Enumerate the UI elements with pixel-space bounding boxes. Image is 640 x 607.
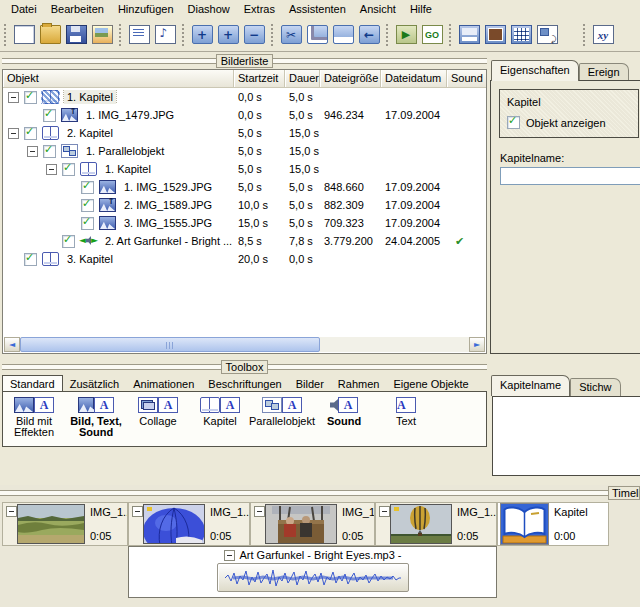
row-label[interactable]: 3. Kapitel — [64, 252, 116, 266]
menu-item[interactable]: Hilfe — [403, 1, 439, 17]
timeline-cell[interactable]: IMG_1... 0:05 — [2, 502, 128, 546]
toolbox-tab[interactable]: Rahmen — [331, 377, 387, 391]
column-header-dauer[interactable]: Dauer — [285, 70, 320, 87]
collapse-icon[interactable] — [6, 506, 17, 517]
toolbox-item[interactable]: A Sound — [313, 396, 375, 427]
row-label[interactable]: 3. IMG_1555.JPG — [121, 216, 215, 230]
table-row[interactable]: 2. IMG_1589.JPG 10,0 s 5,0 s 882.309 17.… — [3, 196, 486, 214]
toolbar-grip[interactable] — [118, 23, 123, 47]
export-image-button[interactable] — [89, 22, 115, 47]
toolbar-grip[interactable] — [582, 23, 587, 47]
copy-button[interactable] — [304, 22, 330, 47]
menu-item[interactable]: Datei — [4, 1, 44, 17]
toolbox-item[interactable]: A Bild mit Effekten — [3, 396, 65, 438]
row-label[interactable]: 1. Kapitel — [64, 90, 116, 104]
toolbox-tab[interactable]: Standard — [2, 375, 63, 391]
expand-toggle-icon[interactable] — [27, 146, 38, 157]
table-row[interactable]: 2. Kapitel 5,0 s 15,0 s — [3, 124, 486, 142]
cut-button[interactable]: ✂ — [278, 22, 304, 47]
toolbox-item[interactable]: A Kapitel — [189, 396, 251, 427]
keywords-list[interactable] — [492, 396, 640, 476]
toolbar-grip[interactable] — [448, 23, 453, 47]
remove-object-button[interactable]: − — [241, 22, 267, 47]
view-storyboard-button[interactable] — [456, 22, 482, 47]
row-checkbox[interactable] — [24, 127, 37, 140]
table-row[interactable]: 1. Kapitel 5,0 s 15,0 s — [3, 160, 486, 178]
tab-ereignisse[interactable]: Ereign — [579, 63, 629, 81]
timeline-cell[interactable]: IMG_1... 0:05 — [375, 502, 497, 546]
row-checkbox[interactable] — [81, 181, 94, 194]
collapse-icon[interactable] — [254, 506, 265, 517]
toolbar-grip[interactable] — [3, 23, 8, 47]
undo-button[interactable]: ← — [356, 22, 382, 47]
toolbox-tab[interactable]: Zusätzlich — [63, 377, 127, 391]
column-header-objekt[interactable]: Objekt — [3, 70, 234, 87]
timeline-splitter[interactable]: Timeline — [0, 487, 640, 499]
view-grid-button[interactable] — [508, 22, 534, 47]
row-label[interactable]: 2. IMG_1589.JPG — [121, 198, 215, 212]
toolbox-splitter[interactable]: Toolbox — [2, 361, 487, 373]
open-button[interactable] — [37, 22, 63, 47]
xy-coordinates-button[interactable]: xy — [590, 22, 616, 47]
kapitelname-input[interactable] — [500, 167, 640, 185]
view-layout-button[interactable] — [534, 22, 560, 47]
toolbar-grip[interactable] — [181, 23, 186, 47]
expand-toggle-icon[interactable] — [8, 92, 19, 103]
row-label[interactable]: 2. Art Garfunkel - Bright ... — [102, 234, 234, 248]
toolbox-item[interactable]: A Parallelobjekt — [251, 396, 313, 427]
menu-item[interactable]: Extras — [237, 1, 282, 17]
menu-item[interactable]: Hinzufügen — [111, 1, 181, 17]
row-checkbox[interactable] — [62, 235, 75, 248]
show-object-checkbox[interactable] — [507, 116, 520, 129]
toolbox-tab[interactable]: Beschriftungen — [201, 377, 288, 391]
row-checkbox[interactable] — [24, 253, 37, 266]
scroll-left-icon[interactable]: ◄ — [4, 337, 20, 352]
timeline-cell-kapitel[interactable]: Kapitel 0:00 — [497, 502, 609, 546]
music-list-button[interactable] — [152, 22, 178, 47]
table-row[interactable]: 3. Kapitel 20,0 s 0,0 s — [3, 250, 486, 268]
menu-item[interactable]: Bearbeiten — [44, 1, 111, 17]
table-row[interactable]: 1. Kapitel 0,0 s 5,0 s — [3, 88, 486, 106]
slide-list-button[interactable] — [126, 22, 152, 47]
column-header-dateidatum[interactable]: Dateidatum — [381, 70, 447, 87]
table-row[interactable]: 1. IMG_1479.JPG 0,0 s 5,0 s 946.234 17.0… — [3, 106, 486, 124]
row-checkbox[interactable] — [81, 217, 94, 230]
toolbox-item[interactable]: A Collage — [127, 396, 189, 427]
thumbnail-image[interactable] — [390, 504, 452, 544]
audio-track[interactable]: Art Garfunkel - Bright Eyes.mp3 - — [128, 546, 497, 598]
thumbnail-image[interactable] — [265, 504, 337, 544]
save-button[interactable] — [63, 22, 89, 47]
tab-kapitelname[interactable]: Kapitelname — [491, 375, 570, 396]
scrollbar-thumb[interactable] — [20, 337, 320, 352]
play-button[interactable]: ▶ — [393, 22, 419, 47]
toolbox-item[interactable]: A Bild, Text, Sound — [65, 396, 127, 438]
row-label[interactable]: 2. Kapitel — [64, 126, 116, 140]
collapse-icon[interactable] — [132, 506, 143, 517]
row-checkbox[interactable] — [81, 199, 94, 212]
menu-item[interactable]: Ansicht — [353, 1, 403, 17]
row-checkbox[interactable] — [62, 163, 75, 176]
tab-eigenschaften[interactable]: Eigenschaften — [491, 60, 579, 81]
scroll-right-icon[interactable]: ► — [469, 337, 485, 352]
view-single-button[interactable] — [482, 22, 508, 47]
row-label[interactable]: 1. IMG_1529.JPG — [121, 180, 215, 194]
toolbox-tab[interactable]: Animationen — [126, 377, 201, 391]
kapitel-book-icon[interactable] — [500, 503, 549, 545]
go-button[interactable]: GO — [419, 22, 445, 47]
row-checkbox[interactable] — [43, 109, 56, 122]
toolbox-item[interactable]: A Text — [375, 396, 437, 427]
new-file-button[interactable] — [11, 22, 37, 47]
audio-waveform[interactable] — [217, 563, 409, 592]
collapse-icon[interactable] — [224, 550, 235, 561]
row-checkbox[interactable] — [43, 145, 56, 158]
table-row[interactable]: 1. Parallelobjekt 5,0 s 15,0 s — [3, 142, 486, 160]
expand-toggle-icon[interactable] — [8, 128, 19, 139]
column-header-dateigroesse[interactable]: Dateigröße — [320, 70, 381, 87]
toolbox-tab[interactable]: Bilder — [289, 377, 331, 391]
row-checkbox[interactable] — [24, 91, 37, 104]
paste-button[interactable] — [330, 22, 356, 47]
timeline-cell[interactable]: IMG_1... 0:05 — [128, 502, 250, 546]
column-header-sound[interactable]: Sound — [447, 70, 487, 87]
expand-toggle-icon[interactable] — [46, 164, 57, 175]
row-label[interactable]: 1. IMG_1479.JPG — [83, 108, 177, 122]
